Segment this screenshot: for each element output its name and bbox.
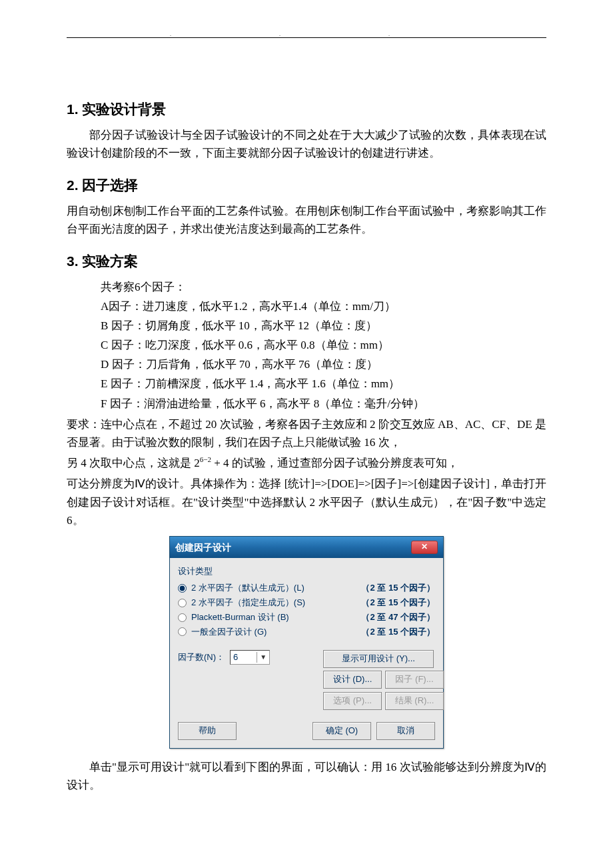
- option-button[interactable]: 选项 (P)...: [323, 692, 382, 710]
- dialog-title: 创建因子设计: [175, 540, 231, 555]
- radio-option-0[interactable]: 2 水平因子（默认生成元）(L) （2 至 15 个因子）: [178, 581, 435, 595]
- req2-a: 另 4 次取中心点，这就是 2: [67, 457, 200, 469]
- section-3-title: 3. 实验方案: [67, 250, 546, 273]
- factor-intro: 共考察6个因子：: [101, 278, 546, 296]
- radio-3[interactable]: [178, 627, 187, 636]
- section-2-body: 用自动刨床刨制工作台平面的工艺条件试验。在用刨床刨制工作台平面试验中，考察影响其…: [67, 202, 546, 238]
- factor-C: C 因子：吃刀深度，低水平 0.6，高水平 0.8（单位：mm）: [101, 336, 546, 354]
- factor-A: A因子：进刀速度，低水平1.2，高水平1.4（单位：mm/刀）: [101, 297, 546, 315]
- radio-option-2[interactable]: Plackett-Burman 设计 (B) （2 至 47 个因子）: [178, 611, 435, 625]
- radio-3-label: 一般全因子设计 (G): [191, 625, 267, 639]
- factor-count-label: 因子数(N)：: [178, 651, 225, 665]
- factor-list: 共考察6个因子： A因子：进刀速度，低水平1.2，高水平1.4（单位：mm/刀）…: [101, 278, 546, 413]
- show-available-button[interactable]: 显示可用设计 (Y)...: [323, 650, 434, 668]
- factor-count-combo[interactable]: 6 ▼: [230, 650, 270, 665]
- radio-2-range: （2 至 47 个因子）: [361, 611, 435, 625]
- section-1-body: 部分因子试验设计与全因子试验设计的不同之处在于大大减少了试验的次数，具体表现在试…: [67, 126, 546, 162]
- radio-0-range: （2 至 15 个因子）: [361, 581, 435, 595]
- design-button[interactable]: 设计 (D)...: [323, 671, 382, 689]
- cancel-button[interactable]: 取消: [376, 722, 435, 740]
- radio-1[interactable]: [178, 599, 187, 607]
- close-button[interactable]: ✕: [411, 541, 438, 554]
- create-factor-design-dialog: 创建因子设计 ✕ 设计类型 2 水平因子（默认生成元）(L) （2 至 15 个…: [169, 536, 444, 749]
- factor-E: E 因子：刀前槽深度，低水平 1.4，高水平 1.6（单位：mm）: [101, 375, 546, 393]
- radio-2[interactable]: [178, 613, 187, 622]
- radio-1-range: （2 至 15 个因子）: [361, 596, 435, 610]
- radio-option-3[interactable]: 一般全因子设计 (G) （2 至 15 个因子）: [178, 625, 435, 639]
- requirement-3: 可达分辨度为Ⅳ的设计。具体操作为：选择 [统计]=>[DOE]=>[因子]=>[…: [67, 475, 546, 529]
- requirement-1: 要求：连中心点在，不超过 20 次试验，考察各因子主效应和 2 阶交互效应 AB…: [67, 415, 546, 451]
- radio-3-range: （2 至 15 个因子）: [361, 625, 435, 639]
- factor-F: F 因子：润滑油进给量，低水平 6，高水平 8（单位：毫升/分钟）: [101, 395, 546, 413]
- factor-count-value: 6: [233, 651, 238, 665]
- radio-0-label: 2 水平因子（默认生成元）(L): [191, 581, 305, 595]
- dialog-titlebar[interactable]: 创建因子设计 ✕: [170, 537, 443, 558]
- header-dots: . . .: [67, 31, 546, 37]
- req2-b: + 4 的试验，通过查部分因子试验分辨度表可知，: [211, 457, 458, 469]
- radio-0[interactable]: [178, 584, 187, 593]
- requirement-2: 另 4 次取中心点，这就是 26−2 + 4 的试验，通过查部分因子试验分辨度表…: [67, 454, 546, 472]
- factor-D: D 因子：刀后背角，低水平 70，高水平 76（单位：度）: [101, 355, 546, 373]
- factor-button[interactable]: 因子 (F)...: [385, 671, 444, 689]
- help-button[interactable]: 帮助: [178, 722, 237, 740]
- chevron-down-icon: ▼: [257, 652, 267, 663]
- top-rule: [67, 37, 546, 38]
- radio-1-label: 2 水平因子（指定生成元）(S): [191, 596, 305, 610]
- result-button[interactable]: 结果 (R)...: [385, 692, 444, 710]
- section-1-title: 1. 实验设计背景: [67, 98, 546, 121]
- req2-exp: 6−2: [200, 456, 211, 464]
- design-type-label: 设计类型: [178, 565, 435, 579]
- ok-button[interactable]: 确定 (O): [312, 722, 371, 740]
- factor-B: B 因子：切屑角度，低水平 10，高水平 12（单位：度）: [101, 317, 546, 335]
- section-2-title: 2. 因子选择: [67, 174, 546, 197]
- after-dialog-text: 单击"显示可用设计"就可以看到下图的界面，可以确认：用 16 次试验能够达到分辨…: [67, 758, 546, 794]
- radio-option-1[interactable]: 2 水平因子（指定生成元）(S) （2 至 15 个因子）: [178, 596, 435, 610]
- radio-2-label: Plackett-Burman 设计 (B): [191, 611, 289, 625]
